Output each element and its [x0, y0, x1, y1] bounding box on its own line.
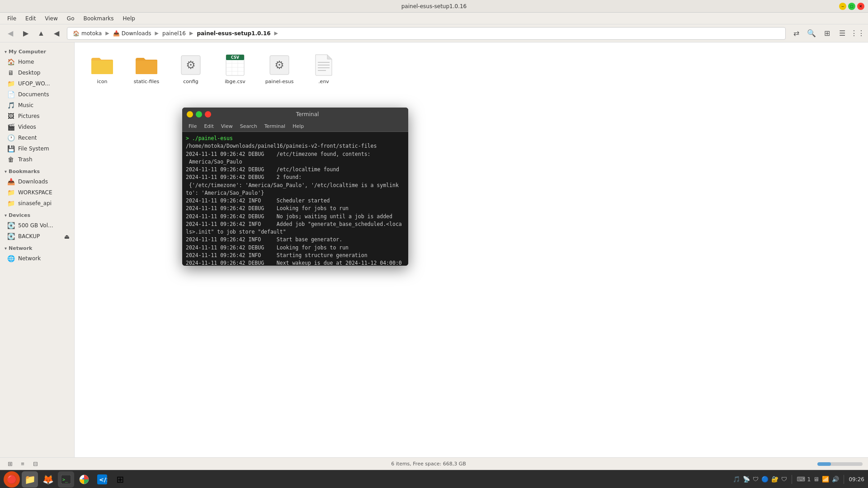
taskbar-keyboard-indicator[interactable]: ⌨ 1	[797, 476, 811, 483]
terminal-line: 2024-11-11 09:26:42 DEBUG Looking for jo…	[186, 205, 405, 212]
sidebar-filesystem-label: File System	[18, 145, 49, 152]
terminal-menu-file[interactable]: File	[186, 122, 199, 130]
up-button[interactable]: ▲	[34, 27, 48, 40]
menu-bookmarks[interactable]: Bookmarks	[80, 14, 117, 23]
terminal-line: 2024-11-11 09:26:42 INFO Starting struct…	[186, 252, 405, 259]
file-item-painel-esus[interactable]: ⚙ painel-esus	[259, 50, 300, 88]
sidebar-section-my-computer[interactable]: My Computer	[0, 45, 74, 56]
taskbar-icon-4[interactable]: 🔵	[761, 476, 769, 483]
sidebar-item-home[interactable]: 🏠 Home	[0, 56, 74, 67]
sidebar-item-music[interactable]: 🎵 Music	[0, 100, 74, 111]
status-list-view-btn[interactable]: ≡	[18, 460, 27, 469]
folder-svg	[90, 55, 114, 75]
taskbar-vscode-app[interactable]: </>	[94, 471, 110, 488]
sidebar-item-network[interactable]: 🌐 Network	[0, 253, 74, 264]
icon-view-button[interactable]: ⊞	[820, 27, 834, 40]
file-item-icon[interactable]: icon	[82, 50, 123, 88]
terminal-menu-terminal[interactable]: Terminal	[262, 122, 288, 130]
taskbar-icon-3[interactable]: 🛡	[753, 476, 759, 483]
desktop-icon: 🖥	[7, 69, 14, 76]
sidebar-item-recent[interactable]: 🕐 Recent	[0, 132, 74, 143]
taskbar-icon-5[interactable]: 🔐	[771, 476, 778, 483]
terminal-menu-edit[interactable]: Edit	[201, 122, 216, 130]
eject-icon[interactable]: ⏏	[64, 233, 70, 240]
breadcrumb-current[interactable]: painel-esus-setup1.0.16	[194, 29, 273, 38]
menu-go[interactable]: Go	[63, 14, 78, 23]
sidebar-pictures-label: Pictures	[18, 113, 40, 119]
sidebar-section-bookmarks[interactable]: Bookmarks	[0, 165, 74, 176]
file-item-ibge-csv[interactable]: CSV ibge.csv	[215, 50, 255, 88]
sidebar-item-sinasefe[interactable]: 📁 sinasefe_api	[0, 198, 74, 209]
taskbar-files-app[interactable]: 📁	[22, 471, 38, 488]
sidebar-section-devices[interactable]: Devices	[0, 209, 74, 220]
sidebar-section-network[interactable]: Network	[0, 242, 74, 253]
sidebar-item-desktop[interactable]: 🖥 Desktop	[0, 67, 74, 78]
sidebar-ufop-label: UFOP_WO...	[18, 80, 50, 87]
terminal-window: Terminal File Edit View Search Terminal …	[182, 108, 408, 266]
file-icon-folder-icon	[90, 53, 114, 77]
sidebar-item-500gb[interactable]: 💽 500 GB Vol...	[0, 220, 74, 231]
terminal-content[interactable]: > ./painel-esus/home/motoka/Downloads/pa…	[182, 132, 408, 266]
sidebar-item-filesystem[interactable]: 💾 File System	[0, 143, 74, 154]
title-bar: painel-esus-setup1.0.16 – □ ✕	[0, 0, 868, 13]
breadcrumb: 🏠 motoka ▶ 📥 Downloads ▶ painel16 ▶ pain…	[67, 27, 786, 40]
taskbar-icon-1[interactable]: 🎵	[733, 476, 740, 483]
sidebar-desktop-label: Desktop	[18, 70, 41, 76]
sidebar-item-pictures[interactable]: 🖼 Pictures	[0, 111, 74, 122]
taskbar-chrome-app[interactable]	[76, 471, 92, 488]
recent-icon: 🕐	[7, 134, 14, 141]
terminal-menu-help[interactable]: Help	[290, 122, 307, 130]
svg-text:>_: >_	[62, 477, 68, 483]
breadcrumb-downloads[interactable]: 📥 Downloads	[110, 29, 154, 38]
taskbar-apps-grid[interactable]: ⊞	[112, 471, 128, 488]
terminal-close-button[interactable]	[205, 111, 211, 117]
toggle-sidebar-button[interactable]: ◀	[50, 27, 63, 40]
terminal-menu-search[interactable]: Search	[237, 122, 260, 130]
sidebar-item-ufop[interactable]: 📁 UFOP_WO...	[0, 78, 74, 89]
ubuntu-logo[interactable]: 🔴	[4, 471, 20, 488]
terminal-menu: File Edit View Search Terminal Help	[182, 121, 408, 132]
menu-view[interactable]: View	[41, 14, 61, 23]
taskbar-icon-2[interactable]: 📡	[743, 476, 750, 483]
file-item-env[interactable]: .env	[303, 50, 344, 88]
sidebar-item-downloads[interactable]: 📥 Downloads	[0, 176, 74, 187]
taskbar-monitor-icon[interactable]: 🖥	[813, 476, 819, 483]
menu-file[interactable]: File	[4, 14, 20, 23]
list-view-button[interactable]: ☰	[835, 27, 849, 40]
breadcrumb-home[interactable]: 🏠 motoka	[70, 29, 104, 38]
sidebar-music-label: Music	[18, 102, 33, 108]
maximize-button[interactable]: □	[848, 3, 855, 10]
file-item-config[interactable]: ⚙ config	[170, 50, 211, 88]
menu-help[interactable]: Help	[119, 14, 139, 23]
taskbar-icon-6[interactable]: 🛡	[781, 476, 787, 483]
terminal-line: /home/motoka/Downloads/painel16/paineis-…	[186, 142, 405, 150]
status-icon-view-btn[interactable]: ⊞	[5, 460, 14, 469]
sidebar-item-workspace[interactable]: 📁 WORKSPACE	[0, 187, 74, 198]
search-button[interactable]: 🔍	[805, 27, 818, 40]
more-button[interactable]: ⋮⋮	[851, 27, 864, 40]
toggle-location-button[interactable]: ⇄	[789, 27, 803, 40]
sidebar-item-documents[interactable]: 📄 Documents	[0, 89, 74, 100]
file-item-static-files[interactable]: static-files	[126, 50, 167, 88]
back-button[interactable]: ◀	[4, 27, 17, 40]
minimize-button[interactable]: –	[839, 3, 846, 10]
taskbar-firefox-app[interactable]: 🦊	[40, 471, 56, 488]
taskbar-separator	[792, 475, 792, 484]
sidebar-item-trash[interactable]: 🗑 Trash	[0, 154, 74, 165]
terminal-minimize-button[interactable]	[187, 111, 193, 117]
breadcrumb-sep-3: ▶	[189, 30, 193, 36]
terminal-maximize-button[interactable]	[196, 111, 202, 117]
terminal-controls	[187, 111, 211, 117]
sidebar-item-backup[interactable]: 💽 BACKUP ⏏	[0, 231, 74, 242]
sidebar-item-videos[interactable]: 🎬 Videos	[0, 122, 74, 132]
close-button[interactable]: ✕	[857, 3, 864, 10]
breadcrumb-painel16[interactable]: painel16	[160, 29, 189, 38]
menu-edit[interactable]: Edit	[22, 14, 39, 23]
file-manager-window: painel-esus-setup1.0.16 – □ ✕ File Edit …	[0, 0, 868, 470]
taskbar-network-monitor-icon[interactable]: 📶	[822, 476, 829, 483]
terminal-menu-view[interactable]: View	[218, 122, 236, 130]
taskbar-terminal-app[interactable]: >_	[58, 471, 74, 488]
status-compact-view-btn[interactable]: ⊟	[31, 460, 40, 469]
taskbar-audio-icon[interactable]: 🔊	[832, 476, 839, 483]
forward-button[interactable]: ▶	[19, 27, 33, 40]
